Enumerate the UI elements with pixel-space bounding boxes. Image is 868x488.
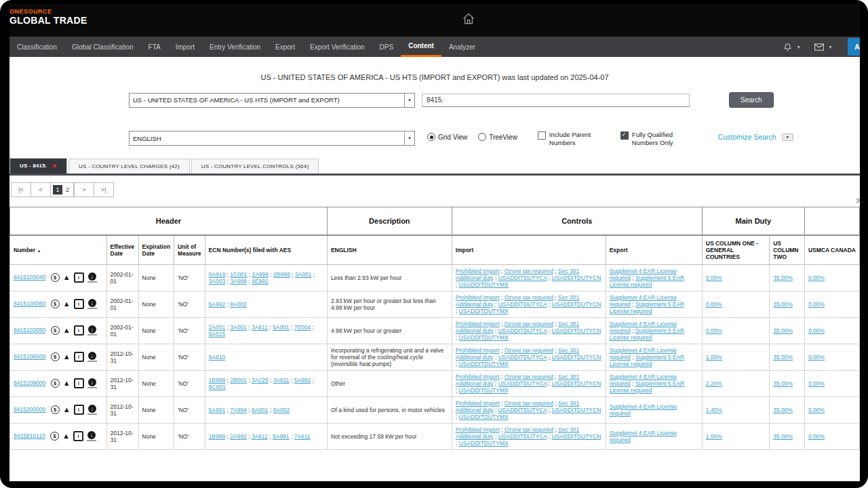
link-ozone-tax-required[interactable]: Ozone tax required xyxy=(505,426,553,433)
page-size-indicator[interactable]: 30 xyxy=(856,197,860,204)
link-prohibited-import[interactable]: Prohibited Import xyxy=(456,268,500,274)
column-header-us-column-one-general-countries[interactable]: US COLUMN ONE - GENERAL COUNTRIES xyxy=(702,235,769,265)
nav-item-analyzer[interactable]: Analyzer xyxy=(441,37,483,57)
duty-link[interactable]: 35.00% xyxy=(773,380,793,387)
language-select[interactable]: ENGLISH ▼ xyxy=(129,131,415,146)
duty-link[interactable]: 35.00% xyxy=(773,407,793,413)
user-avatar[interactable]: A xyxy=(848,38,860,56)
language-select-caret-icon[interactable]: ▼ xyxy=(404,131,414,145)
column-header-expiration-date[interactable]: Expiration Date xyxy=(138,235,174,265)
link-usadditdutymx[interactable]: USADDITDUTYMX xyxy=(459,334,509,341)
link-5a001[interactable]: 5A001 xyxy=(273,324,290,331)
download-icon[interactable]: ↓ xyxy=(87,272,97,283)
column-header-effective-date[interactable]: Effective Date xyxy=(106,235,138,265)
column-header-unit-of-measure[interactable]: Unit of Measure xyxy=(174,235,205,265)
duty-link[interactable]: 35.00% xyxy=(773,354,793,361)
view-option-treeview[interactable]: TreeView xyxy=(478,133,517,141)
first-page-button[interactable]: |< xyxy=(11,182,31,197)
column-header-number[interactable]: Number ▲ xyxy=(10,235,107,265)
notifications-caret-icon[interactable]: ▼ xyxy=(796,45,801,49)
link-8a002[interactable]: 8A002 xyxy=(230,301,247,308)
column-header-usmca-canada[interactable]: USMCA CANADA xyxy=(804,235,859,265)
link-prohibited-import[interactable]: Prohibited Import xyxy=(456,347,500,354)
tab-us-country-level-controls-564-[interactable]: US - COUNTRY LEVEL CONTROLS (564) xyxy=(191,159,319,174)
warning-triangle-icon[interactable]: ▲ xyxy=(62,432,70,440)
checkbox-icon[interactable] xyxy=(538,131,546,140)
download-icon[interactable]: ↓ xyxy=(87,352,97,362)
checkbox-icon[interactable] xyxy=(620,131,629,140)
link-usadditdutyca[interactable]: USADDITDUTYCA xyxy=(498,327,547,334)
hts-number-link[interactable]: 8415103040 xyxy=(14,274,45,281)
link-3a225[interactable]: 3A225 xyxy=(252,377,269,384)
link-usadditdutyca[interactable]: USADDITDUTYCA xyxy=(498,301,547,308)
link-1c001[interactable]: 1C001 xyxy=(230,271,247,278)
hts-number-link[interactable]: 8415109000 xyxy=(14,380,45,386)
duty-link[interactable]: 1.40% xyxy=(706,407,722,413)
duty-link[interactable]: 35.00% xyxy=(773,274,793,281)
link-5a992[interactable]: 5A992 xyxy=(209,301,226,308)
link-3a999[interactable]: 3A999 xyxy=(230,278,247,285)
link-usadditdutymx[interactable]: USADDITDUTYMX xyxy=(459,387,509,394)
column-header-ecn-number-s-filed-with-aes[interactable]: ECN Number(s) filed with AES xyxy=(205,235,327,265)
link-2b999[interactable]: 2B999 xyxy=(273,271,290,278)
duty-link[interactable]: 0.00% xyxy=(706,301,722,308)
dollar-circle-icon[interactable]: $ xyxy=(51,273,60,282)
column-header-us-column-two[interactable]: US COLUMN TWO xyxy=(770,235,805,265)
link-4e992[interactable]: 4E992 xyxy=(252,278,269,285)
column-header-english[interactable]: ENGLISH xyxy=(327,235,452,265)
duty-link[interactable]: 35.00% xyxy=(773,301,793,308)
link-5a991[interactable]: 5A991 xyxy=(273,433,290,440)
search-input[interactable]: 8415. xyxy=(422,94,690,107)
link-8a001[interactable]: 8A001 xyxy=(252,407,269,413)
column-header-import[interactable]: Import xyxy=(452,235,606,265)
nav-item-entry-verification[interactable]: Entry Verification xyxy=(202,37,268,57)
duty-link[interactable]: 35.00% xyxy=(773,433,793,440)
link-usadditdutyca[interactable]: USADDITDUTYCA xyxy=(498,433,547,440)
tab-us-8415-[interactable]: US - 8415.✕ xyxy=(9,158,67,174)
warning-triangle-icon[interactable]: ▲ xyxy=(63,406,71,413)
radio-icon[interactable] xyxy=(427,133,435,141)
duty-link[interactable]: 0.00% xyxy=(706,327,722,334)
dollar-circle-icon[interactable]: $ xyxy=(51,405,60,414)
hts-number-link[interactable]: 8415103060 xyxy=(14,300,45,307)
nav-item-dps[interactable]: DPS xyxy=(372,37,401,57)
duty-link[interactable]: 0.00% xyxy=(808,274,825,281)
home-icon[interactable] xyxy=(462,12,475,26)
nav-item-import[interactable]: Import xyxy=(168,37,202,57)
link-ozone-tax-required[interactable]: Ozone tax required xyxy=(505,373,553,380)
last-page-button[interactable]: >| xyxy=(94,182,114,197)
link-ozone-tax-required[interactable]: Ozone tax required xyxy=(505,268,553,274)
hts-number-link[interactable]: 8415106000 xyxy=(14,353,45,360)
link-5a992[interactable]: 5A992 xyxy=(294,377,311,384)
link-3a611[interactable]: 3A611 xyxy=(273,377,290,384)
link-ozone-tax-required[interactable]: Ozone tax required xyxy=(505,294,553,301)
link-usadditdutyca[interactable]: USADDITDUTYCA xyxy=(498,407,547,413)
info-box-icon[interactable]: i xyxy=(74,272,84,283)
download-icon[interactable]: ↓ xyxy=(87,378,97,388)
link-supplemet-4-ear-license-required[interactable]: Supplemet 4 EAR License required xyxy=(610,403,677,417)
duty-link[interactable]: 1.00% xyxy=(706,354,722,361)
info-box-icon[interactable]: i xyxy=(74,325,84,336)
dataset-select[interactable]: US - UNITED STATES OF AMERICA - US HTS (… xyxy=(129,93,415,108)
info-box-icon[interactable]: i xyxy=(74,378,84,388)
link-3a611[interactable]: 3A611 xyxy=(252,433,268,440)
sort-asc-icon[interactable]: ▲ xyxy=(37,249,41,253)
link-prohibited-import[interactable]: Prohibited Import xyxy=(456,400,500,407)
link-usadditdutymx[interactable]: USADDITDUTYMX xyxy=(459,440,509,447)
duty-link[interactable]: 0.00% xyxy=(808,407,825,413)
link-usadditdutycn[interactable]: USADDITDUTYCN xyxy=(552,380,601,387)
duty-link[interactable]: 0.00% xyxy=(808,327,825,334)
info-box-icon[interactable]: i xyxy=(74,352,84,362)
link-prohibited-import[interactable]: Prohibited Import xyxy=(456,294,500,301)
link-usadditdutycn[interactable]: USADDITDUTYCN xyxy=(552,301,601,308)
customize-search-link[interactable]: Customize Search xyxy=(718,133,776,141)
duty-link[interactable]: 0.00% xyxy=(808,354,825,361)
nav-item-export[interactable]: Export xyxy=(268,37,302,57)
prev-page-button[interactable]: < xyxy=(31,182,51,197)
dollar-circle-icon[interactable]: $ xyxy=(51,379,60,388)
link-usadditdutymx[interactable]: USADDITDUTYMX xyxy=(459,361,509,367)
link-usadditdutyca[interactable]: USADDITDUTYCA xyxy=(498,380,547,387)
link-usadditdutyca[interactable]: USADDITDUTYCA xyxy=(498,354,547,361)
link-9a610[interactable]: 9A610 xyxy=(209,354,226,361)
link-prohibited-import[interactable]: Prohibited Import xyxy=(456,426,500,433)
